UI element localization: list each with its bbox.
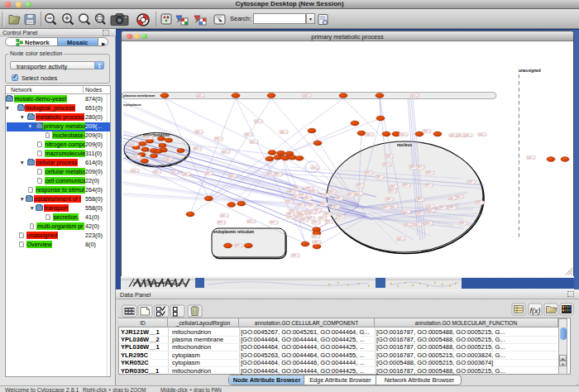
svg-text:[GO:..]: [GO:..] xyxy=(417,198,424,201)
svg-text:f(x): f(x) xyxy=(530,307,541,315)
svg-text:[GO:..]: [GO:..] xyxy=(323,194,330,197)
svg-text:[GO:..]: [GO:..] xyxy=(292,254,299,257)
svg-text:[GO:..]: [GO:..] xyxy=(449,206,457,209)
svg-text:[GO:..]: [GO:..] xyxy=(355,193,362,196)
svg-text:[GO:..]: [GO:..] xyxy=(215,137,223,141)
svg-text:endoplasmic reticulum: endoplasmic reticulum xyxy=(213,230,254,234)
svg-text:[GO:..]: [GO:..] xyxy=(479,133,486,136)
svg-text:[GO:..]: [GO:..] xyxy=(427,171,434,174)
svg-text:[GO:..]: [GO:..] xyxy=(218,221,225,224)
svg-text:[GO:..]: [GO:..] xyxy=(425,184,433,187)
svg-text:[GO:..]: [GO:..] xyxy=(383,163,390,166)
svg-text:[GO:..]: [GO:..] xyxy=(194,147,201,151)
svg-text:[GO:..]: [GO:..] xyxy=(450,134,457,137)
svg-text:[GO:..]: [GO:..] xyxy=(428,209,435,213)
svg-text:[GO:..]: [GO:..] xyxy=(247,220,255,223)
svg-text:[GO:..]: [GO:..] xyxy=(403,211,410,214)
svg-text:[GO:..]: [GO:..] xyxy=(294,187,302,190)
svg-text:[GO:..]: [GO:..] xyxy=(476,201,484,204)
svg-text:[GO:..]: [GO:..] xyxy=(195,131,203,134)
svg-text:[GO:..]: [GO:..] xyxy=(132,170,139,173)
svg-text:[GO:..]: [GO:..] xyxy=(383,206,390,209)
svg-text:cytoplasm: cytoplasm xyxy=(123,103,141,107)
svg-text:[GO:..]: [GO:..] xyxy=(311,166,318,170)
svg-text:[GO:..]: [GO:..] xyxy=(321,203,328,206)
svg-text:nucleus: nucleus xyxy=(397,143,412,147)
svg-text:[GO:..]: [GO:..] xyxy=(427,205,434,208)
svg-text:[GO:..]: [GO:..] xyxy=(245,133,252,136)
svg-text:[GO:..]: [GO:..] xyxy=(468,180,476,184)
svg-text:[GO:..]: [GO:..] xyxy=(337,215,345,218)
svg-text:[GO:..]: [GO:..] xyxy=(309,203,317,207)
svg-text:[GO:..]: [GO:..] xyxy=(326,220,333,223)
svg-text:[GO:..]: [GO:..] xyxy=(333,205,340,208)
svg-text:[GO:..]: [GO:..] xyxy=(313,241,321,244)
svg-text:[GO:..]: [GO:..] xyxy=(255,120,262,123)
svg-text:[GO:..]: [GO:..] xyxy=(386,198,394,201)
svg-text:[GO:..]: [GO:..] xyxy=(404,223,412,227)
svg-text:[GO:..]: [GO:..] xyxy=(221,214,228,218)
svg-text:[GO:..]: [GO:..] xyxy=(365,171,372,174)
svg-text:[GO:..]: [GO:..] xyxy=(299,214,307,218)
svg-text:[GO:..]: [GO:..] xyxy=(356,184,364,187)
svg-text:[GO:..]: [GO:..] xyxy=(390,185,398,189)
svg-text:[GO:..]: [GO:..] xyxy=(154,170,161,174)
svg-text:[GO:..]: [GO:..] xyxy=(313,221,320,224)
svg-text:plasma membrane: plasma membrane xyxy=(123,93,156,98)
svg-text:[GO:..]: [GO:..] xyxy=(133,155,141,159)
svg-text:[GO:..]: [GO:..] xyxy=(280,131,288,134)
svg-text:[GO:..]: [GO:..] xyxy=(400,133,408,136)
svg-text:[GO:..]: [GO:..] xyxy=(288,190,295,194)
svg-text:[GO:..]: [GO:..] xyxy=(275,173,282,176)
svg-text:[GO:..]: [GO:..] xyxy=(465,134,472,137)
svg-text:[GO:..]: [GO:..] xyxy=(423,130,431,133)
svg-text:[GO:..]: [GO:..] xyxy=(411,94,419,98)
svg-text:[GO:..]: [GO:..] xyxy=(460,222,467,225)
svg-text:[GO:..]: [GO:..] xyxy=(397,237,404,241)
svg-text:[GO:..]: [GO:..] xyxy=(336,197,343,200)
svg-text:[GO:..]: [GO:..] xyxy=(222,151,229,154)
svg-text:[GO:..]: [GO:..] xyxy=(439,206,447,209)
svg-text:[GO:..]: [GO:..] xyxy=(146,136,153,139)
svg-text:[GO:..]: [GO:..] xyxy=(376,175,384,179)
svg-text:[GO:..]: [GO:..] xyxy=(205,172,213,175)
svg-text:[GO:..]: [GO:..] xyxy=(449,197,457,200)
svg-text:[GO:..]: [GO:..] xyxy=(403,184,410,187)
svg-text:[GO:..]: [GO:..] xyxy=(528,156,535,160)
svg-text:[GO:..]: [GO:..] xyxy=(386,155,394,158)
svg-text:[GO:..]: [GO:..] xyxy=(304,197,312,200)
svg-text:[GO:..]: [GO:..] xyxy=(235,244,242,247)
svg-text:[GO:..]: [GO:..] xyxy=(130,143,137,146)
svg-text:[GO:..]: [GO:..] xyxy=(251,141,258,144)
svg-text:[GO:..]: [GO:..] xyxy=(170,171,178,174)
svg-text:[GO:..]: [GO:..] xyxy=(347,194,354,197)
svg-text:[GO:..]: [GO:..] xyxy=(299,194,307,197)
svg-text:[GO:..]: [GO:..] xyxy=(165,158,173,161)
svg-text:unassigned: unassigned xyxy=(519,69,541,73)
svg-text:[GO:..]: [GO:..] xyxy=(309,211,316,214)
svg-text:[GO:..]: [GO:..] xyxy=(457,134,465,137)
svg-text:[GO:..]: [GO:..] xyxy=(389,189,396,193)
svg-text:[GO:..]: [GO:..] xyxy=(414,223,421,227)
svg-text:[GO:..]: [GO:..] xyxy=(417,165,424,169)
svg-text:[GO:..]: [GO:..] xyxy=(286,200,294,203)
svg-text:[GO:..]: [GO:..] xyxy=(366,133,374,136)
svg-text:[GO:..]: [GO:..] xyxy=(324,213,332,216)
svg-text:[GO:..]: [GO:..] xyxy=(298,203,305,207)
svg-text:[GO:..]: [GO:..] xyxy=(270,221,278,224)
svg-text:[GO:..]: [GO:..] xyxy=(301,218,309,222)
svg-text:[GO:..]: [GO:..] xyxy=(425,222,433,225)
svg-text:[GO:..]: [GO:..] xyxy=(311,190,318,194)
svg-text:[GO:..]: [GO:..] xyxy=(313,235,320,238)
svg-text:[GO:..]: [GO:..] xyxy=(329,190,337,194)
svg-text:[GO:..]: [GO:..] xyxy=(287,213,294,216)
svg-text:[GO:..]: [GO:..] xyxy=(183,173,190,176)
svg-text:[GO:..]: [GO:..] xyxy=(197,94,204,98)
svg-text:[GO:..]: [GO:..] xyxy=(304,94,311,98)
svg-text:[GO:..]: [GO:..] xyxy=(229,174,237,178)
svg-text:[GO:..]: [GO:..] xyxy=(417,212,424,215)
